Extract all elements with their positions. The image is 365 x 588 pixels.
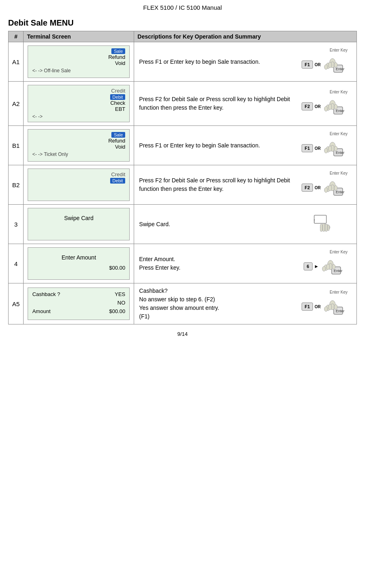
key-buttons: F1 OR Enter bbox=[302, 296, 345, 318]
enter-hand-icon: Enter bbox=[322, 54, 345, 76]
table-row: B2 CreditDebit Press F2 for Debit Sale o… bbox=[9, 165, 357, 205]
svg-rect-32 bbox=[314, 215, 326, 223]
num-key: 6 bbox=[304, 262, 313, 270]
svg-text:Enter: Enter bbox=[336, 67, 345, 71]
row-number: 4 bbox=[9, 244, 24, 283]
desc-cell: Press F2 for Debit Sale or Press scroll … bbox=[134, 165, 357, 205]
nav-line: <- -> Ticket Only bbox=[32, 151, 125, 157]
or-text: OR bbox=[315, 186, 321, 190]
desc-line: No answer skip to step 6. (F2) bbox=[139, 295, 291, 304]
fkey-button: F1 bbox=[302, 61, 313, 69]
key-buttons: F2 OR Enter bbox=[302, 95, 345, 118]
desc-row: Enter Amount.Press Enter key. Enter Key … bbox=[139, 250, 352, 278]
desc-row: Press F2 for Debit Sale or Press scroll … bbox=[139, 171, 352, 199]
desc-line: Enter Amount. bbox=[139, 255, 291, 264]
svg-point-46 bbox=[326, 264, 330, 270]
desc-row: Press F1 or Enter key to begin Sale tran… bbox=[139, 48, 352, 76]
svg-point-30 bbox=[334, 186, 337, 190]
desc-cell: Press F1 or Enter key to begin Sale tran… bbox=[134, 42, 357, 82]
table-row: 4 Enter Amount$00.00 Enter Amount.Press … bbox=[9, 244, 357, 283]
svg-text:Enter: Enter bbox=[336, 109, 345, 113]
table-row: 3 Swipe Card Swipe Card. ↑ bbox=[9, 205, 357, 244]
terminal-screen: Enter Amount$00.00 bbox=[28, 247, 130, 280]
menu-void: Void bbox=[32, 144, 125, 150]
menu-ebt: EBT bbox=[32, 106, 125, 112]
screen-cell: CreditDebitCheckEBT<- -> bbox=[24, 82, 134, 126]
desc-line: Yes answer show amount entry. bbox=[139, 304, 291, 312]
desc-row: Press F2 for Debit Sale or Press scroll … bbox=[139, 90, 352, 118]
credit-text: Credit bbox=[32, 171, 125, 177]
desc-row: Press F1 or Enter key to begin Sale tran… bbox=[139, 132, 352, 160]
svg-text:Enter: Enter bbox=[336, 190, 345, 194]
terminal-screen: Swipe Card bbox=[28, 208, 130, 240]
section-title: Debit Sale MENU bbox=[8, 18, 357, 28]
cashback-amount-val: $00.00 bbox=[109, 307, 126, 316]
terminal-screen: SaleRefundVoid<- -> Off-line Sale bbox=[28, 45, 130, 78]
terminal-screen: CreditDebitCheckEBT<- -> bbox=[28, 85, 130, 122]
page-title: FLEX 5100 / IC 5100 Manual bbox=[8, 4, 357, 11]
key-buttons: F2 OR Enter bbox=[302, 177, 345, 199]
key-buttons: 6 ► Enter bbox=[304, 255, 343, 278]
swipe-icon: ↑ bbox=[312, 211, 335, 238]
svg-point-22 bbox=[334, 146, 337, 151]
desc-cell: Enter Amount.Press Enter key. Enter Key … bbox=[134, 244, 357, 283]
key-illustration: Enter Key F1 OR Enter bbox=[295, 48, 352, 76]
desc-text: Enter Amount.Press Enter key. bbox=[139, 255, 291, 272]
terminal-screen: SaleRefundVoid<- -> Ticket Only bbox=[28, 129, 130, 162]
key-buttons: F1 OR Enter bbox=[302, 137, 345, 160]
debit-button: Debit bbox=[110, 94, 126, 100]
cashback-row-1: Cashback ?YES bbox=[32, 290, 125, 299]
svg-text:Enter: Enter bbox=[336, 151, 345, 155]
svg-point-23 bbox=[328, 146, 332, 151]
terminal-screen: Cashback ?YESNOAmount$00.00 bbox=[28, 288, 130, 320]
enter-key-label: Enter Key bbox=[330, 250, 348, 254]
desc-cell: Press F1 or Enter key to begin Sale tran… bbox=[134, 126, 357, 165]
screen-cell: SaleRefundVoid<- -> Ticket Only bbox=[24, 126, 134, 165]
header-desc: Descriptions for Key Operation and Summa… bbox=[134, 31, 357, 42]
screen-cell: SaleRefundVoid<- -> Off-line Sale bbox=[24, 42, 134, 82]
svg-point-44 bbox=[322, 266, 326, 271]
sale-button: Sale bbox=[111, 132, 125, 138]
svg-point-14 bbox=[334, 104, 337, 109]
enter-hand-icon: Enter bbox=[322, 177, 345, 199]
svg-rect-36 bbox=[325, 224, 327, 231]
screen-cell: Enter Amount$00.00 bbox=[24, 244, 134, 283]
desc-text: Press F2 for Debit Sale or Press scroll … bbox=[139, 95, 291, 112]
header-screen: Terminal Screen bbox=[24, 31, 134, 42]
row-number: B1 bbox=[9, 126, 24, 165]
desc-cell: Cashback?No answer skip to step 6. (F2)Y… bbox=[134, 283, 357, 324]
key-illustration: Enter Key F1 OR Enter bbox=[295, 290, 352, 318]
enter-key-label: Enter Key bbox=[330, 290, 348, 294]
svg-point-53 bbox=[334, 305, 337, 309]
table-row: A1 SaleRefundVoid<- -> Off-line Sale Pre… bbox=[9, 42, 357, 82]
enter-hand-icon: Enter bbox=[322, 296, 345, 318]
row-number: 3 bbox=[9, 205, 24, 244]
menu-check: Check bbox=[32, 100, 125, 106]
key-illustration: Enter Key F2 OR Enter bbox=[295, 171, 352, 199]
screen-cell: Cashback ?YESNOAmount$00.00 bbox=[24, 283, 134, 324]
desc-text: Press F2 for Debit Sale or Press scroll … bbox=[139, 176, 291, 193]
cashback-no: NO bbox=[117, 299, 126, 307]
fkey-button: F1 bbox=[302, 303, 313, 311]
svg-point-7 bbox=[328, 62, 332, 68]
sale-button: Sale bbox=[111, 48, 125, 54]
desc-line: Press F1 or Enter key to begin Sale tran… bbox=[139, 58, 291, 66]
svg-text:Enter: Enter bbox=[334, 269, 343, 273]
cashback-screen: Cashback ?YESNOAmount$00.00 bbox=[32, 290, 125, 316]
menu-void: Void bbox=[32, 60, 125, 66]
menu-refund: Refund bbox=[32, 54, 125, 60]
debit-button: Debit bbox=[110, 178, 126, 184]
key-illustration: Enter Key F1 OR Enter bbox=[295, 132, 352, 160]
svg-point-52 bbox=[324, 307, 328, 311]
svg-point-5 bbox=[324, 65, 328, 69]
svg-point-54 bbox=[328, 304, 332, 310]
page-number: 9/14 bbox=[8, 331, 357, 337]
arrow-icon: ► bbox=[314, 264, 319, 269]
svg-point-31 bbox=[328, 185, 332, 191]
desc-line: Cashback? bbox=[139, 287, 291, 295]
svg-text:Enter: Enter bbox=[336, 309, 345, 313]
svg-rect-37 bbox=[328, 225, 329, 231]
enter-hand-icon: Enter bbox=[322, 95, 345, 118]
row-number: A5 bbox=[9, 283, 24, 324]
swipe-card-text: Swipe Card bbox=[32, 211, 125, 225]
